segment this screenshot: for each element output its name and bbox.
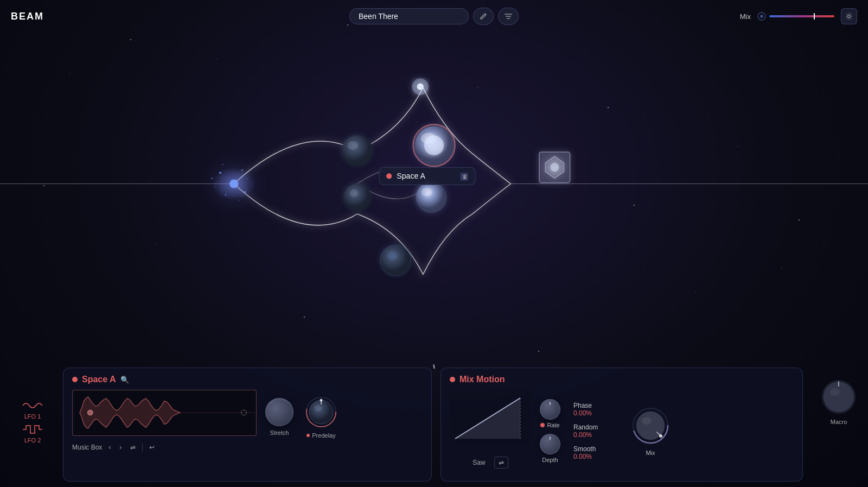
- predelay-dot: [307, 434, 310, 437]
- filter-button[interactable]: [498, 8, 519, 25]
- stretch-knob[interactable]: [265, 398, 293, 426]
- svg-point-5: [848, 15, 851, 18]
- bottom-panel: LFO 1 LFO 2 Space A 🔍: [0, 362, 868, 487]
- svg-point-53: [314, 405, 322, 412]
- envelope-svg: [450, 390, 531, 452]
- space-a-search-icon[interactable]: 🔍: [120, 376, 129, 384]
- rate-depth-column: Rate Depth: [540, 390, 560, 472]
- macro-knob-container[interactable]: [820, 378, 857, 415]
- mix-slider-thumb: [814, 13, 815, 20]
- mix-control[interactable]: [757, 12, 834, 21]
- smooth-row: Smooth 0.00%: [573, 445, 618, 460]
- envelope-container: Saw ⇌: [450, 390, 531, 472]
- macro-group: Macro: [820, 368, 857, 425]
- depth-group: Depth: [540, 434, 560, 463]
- svg-point-15: [244, 191, 246, 193]
- rate-dot: [540, 423, 545, 427]
- random-value: 0.00%: [573, 431, 618, 439]
- svg-point-16: [214, 186, 215, 187]
- svg-point-18: [247, 178, 248, 179]
- phase-label: Phase: [573, 402, 618, 409]
- svg-point-22: [412, 78, 429, 94]
- mix-label: Mix: [740, 12, 751, 21]
- rate-group: Rate: [540, 399, 560, 428]
- mix-motion-main: Saw ⇌ Rate: [450, 390, 794, 472]
- topbar-right: Mix: [740, 8, 857, 24]
- depth-knob[interactable]: [540, 434, 560, 454]
- shuffle-motion-button[interactable]: ⇌: [494, 457, 508, 469]
- svg-point-55: [320, 399, 323, 402]
- prev-button[interactable]: ‹: [106, 442, 113, 452]
- svg-point-24: [347, 141, 358, 150]
- space-a-header: Space A 🔍: [72, 375, 423, 384]
- lfo1-button[interactable]: LFO 1: [11, 400, 54, 420]
- waveform-display[interactable]: [72, 390, 257, 436]
- lfo2-button[interactable]: LFO 2: [11, 424, 54, 444]
- svg-point-12: [219, 172, 221, 174]
- svg-point-64: [659, 434, 662, 438]
- svg-point-19: [211, 178, 213, 179]
- saw-label: Saw: [473, 459, 485, 466]
- mix-knob-container[interactable]: [631, 406, 670, 445]
- visualization-area: Space A 🗑: [0, 0, 868, 368]
- rate-knob[interactable]: [540, 399, 560, 420]
- controls-col: Stretch: [265, 390, 338, 439]
- lfo1-label: LFO 1: [24, 413, 41, 420]
- svg-point-29: [424, 136, 444, 155]
- saw-row: Saw ⇌: [473, 457, 508, 469]
- svg-point-31: [349, 189, 358, 197]
- preset-input[interactable]: [349, 8, 469, 24]
- next-button[interactable]: ›: [117, 442, 124, 452]
- stretch-label: Stretch: [270, 429, 289, 436]
- svg-point-32: [416, 182, 447, 213]
- shuffle-button[interactable]: ⇌: [128, 442, 138, 452]
- params-right: Phase 0.00% Random 0.00% Smooth 0.00%: [569, 390, 618, 472]
- svg-point-4: [760, 15, 763, 18]
- svg-text:🗑: 🗑: [462, 174, 468, 180]
- rate-label: Rate: [547, 422, 559, 428]
- svg-point-35: [387, 251, 398, 260]
- app-title: BEAM: [11, 11, 44, 22]
- stretch-group: Stretch: [265, 398, 293, 436]
- mix-motion-title: Mix Motion: [459, 375, 505, 384]
- rate-label-row: Rate: [540, 422, 559, 428]
- lfo-section: LFO 1 LFO 2: [11, 368, 54, 444]
- divider: [142, 443, 143, 452]
- svg-point-40: [550, 163, 559, 172]
- mix-param-label: Mix: [646, 450, 655, 456]
- svg-point-11: [229, 179, 238, 188]
- predelay-group: Predelay: [304, 395, 338, 439]
- svg-point-13: [225, 194, 227, 195]
- pencil-button[interactable]: [473, 8, 494, 25]
- svg-point-30: [343, 184, 371, 212]
- smooth-label: Smooth: [573, 445, 618, 453]
- svg-point-20: [239, 200, 240, 201]
- smooth-value: 0.00%: [573, 453, 618, 460]
- predelay-knob-container[interactable]: [304, 395, 338, 429]
- filename-label: Music Box: [72, 444, 102, 451]
- mix-knob-svg: [631, 406, 670, 445]
- main-svg: Space A 🗑: [0, 0, 868, 368]
- mix-slider-track[interactable]: [769, 15, 834, 17]
- space-a-dot: [72, 377, 78, 382]
- space-a-title: Space A: [82, 375, 116, 384]
- svg-point-33: [422, 188, 432, 197]
- lfo2-label: LFO 2: [24, 437, 41, 444]
- svg-point-42: [386, 173, 392, 179]
- mix-motion-dot: [450, 377, 455, 382]
- waveform-column: Music Box ‹ › ⇌ ↩: [72, 390, 257, 452]
- mix-knob-right: Mix: [627, 390, 674, 472]
- waveform-svg: [73, 390, 256, 435]
- macro-knob-svg: [820, 378, 857, 415]
- topbar-center: [349, 8, 519, 25]
- svg-point-17: [222, 164, 224, 165]
- topbar: BEAM Mix: [0, 0, 868, 33]
- macro-label: Macro: [831, 419, 847, 425]
- svg-point-48: [87, 410, 93, 415]
- mix-motion-header: Mix Motion: [450, 375, 794, 384]
- svg-point-14: [241, 169, 243, 171]
- filename-row: Music Box ‹ › ⇌ ↩: [72, 442, 257, 452]
- settings-button[interactable]: [841, 8, 857, 24]
- random-row: Random 0.00%: [573, 423, 618, 439]
- undo-button[interactable]: ↩: [147, 442, 157, 452]
